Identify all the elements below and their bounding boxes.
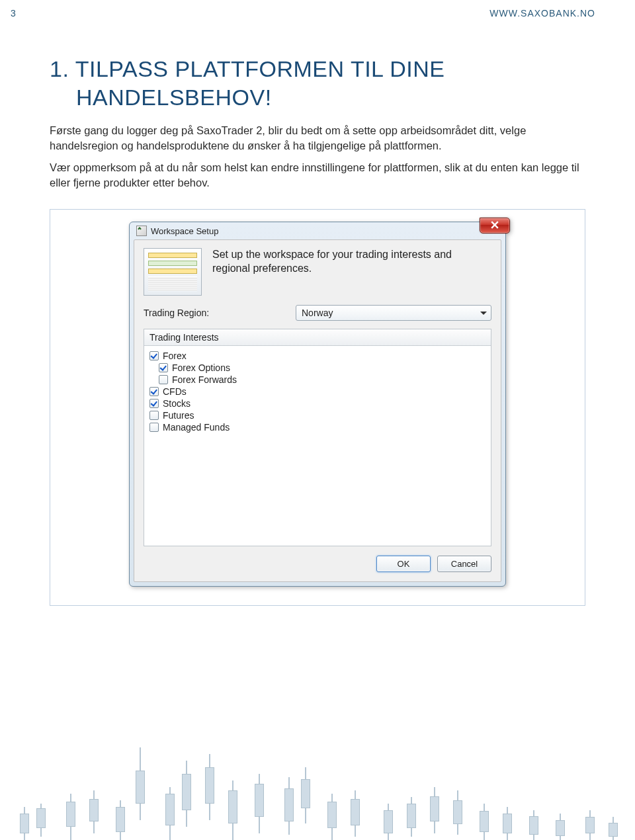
workspace-setup-dialog: Workspace Setup Set up the workspace for… <box>129 222 506 587</box>
cancel-button[interactable]: Cancel <box>437 556 491 572</box>
interest-row[interactable]: Forex Options <box>149 362 486 374</box>
interest-row[interactable]: CFDs <box>149 386 486 398</box>
title-line2: HANDELSBEHOV! <box>50 83 585 112</box>
interest-label: Forex <box>163 351 187 361</box>
interest-row[interactable]: Futures <box>149 409 486 421</box>
intro-paragraph-2: Vær oppmerksom på at du når som helst ka… <box>50 160 585 190</box>
checkbox[interactable] <box>149 351 159 360</box>
page-number: 3 <box>11 8 16 19</box>
dialog-description: Set up the workspace for your trading in… <box>212 248 491 276</box>
interest-label: Stocks <box>163 398 190 409</box>
ok-button[interactable]: OK <box>376 556 431 572</box>
checkbox[interactable] <box>149 423 159 432</box>
checkbox[interactable] <box>159 363 168 372</box>
trading-region-dropdown[interactable]: Norway <box>296 305 491 321</box>
interest-label: Managed Funds <box>163 422 230 433</box>
trading-interests-group: Trading Interests ForexForex OptionsFore… <box>144 329 491 546</box>
intro-paragraph-1: Første gang du logger deg på SaxoTrader … <box>50 123 585 153</box>
interest-label: Futures <box>163 410 194 421</box>
close-icon <box>491 221 499 231</box>
chevron-down-icon <box>480 312 487 315</box>
site-url: WWW.SAXOBANK.NO <box>489 8 595 19</box>
dialog-title: Workspace Setup <box>151 226 218 236</box>
title-line1: 1. TILPASS PLATTFORMEN TIL DINE <box>50 56 444 81</box>
interest-row[interactable]: Forex Forwards <box>149 374 486 386</box>
interest-label: Forex Forwards <box>172 374 237 385</box>
checkbox[interactable] <box>159 375 168 384</box>
checkbox[interactable] <box>149 411 159 420</box>
trading-interests-header: Trading Interests <box>144 329 491 346</box>
interest-row[interactable]: Managed Funds <box>149 421 486 433</box>
interest-row[interactable]: Forex <box>149 350 486 362</box>
interest-row[interactable]: Stocks <box>149 398 486 409</box>
app-icon <box>136 226 147 236</box>
dialog-titlebar[interactable]: Workspace Setup <box>134 224 501 239</box>
candlestick-decoration <box>0 721 635 840</box>
trading-region-value: Norway <box>302 308 333 318</box>
checkbox[interactable] <box>149 387 159 396</box>
screenshot-frame: Workspace Setup Set up the workspace for… <box>50 209 585 606</box>
page-title: 1. TILPASS PLATTFORMEN TIL DINE HANDELSB… <box>50 55 585 111</box>
workspace-thumbnail <box>144 248 202 296</box>
interest-label: CFDs <box>163 386 187 397</box>
checkbox[interactable] <box>149 399 159 408</box>
interest-label: Forex Options <box>172 362 230 373</box>
trading-region-label: Trading Region: <box>144 308 296 318</box>
close-button[interactable] <box>480 218 510 233</box>
